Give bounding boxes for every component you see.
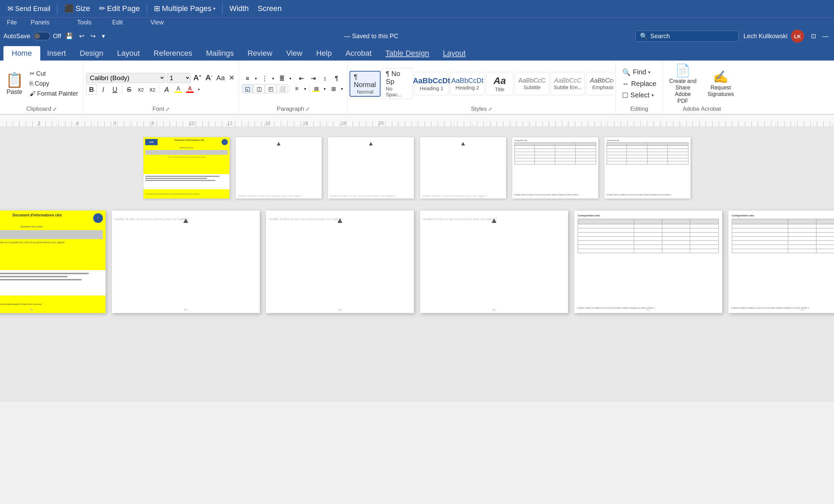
tab-mailings[interactable]: Mailings <box>199 46 241 61</box>
tab-acrobat[interactable]: Acrobat <box>339 46 378 61</box>
font-expand-button[interactable]: ⤢ <box>165 106 170 112</box>
edit-page-button[interactable]: ✏ Edit Page <box>96 3 143 14</box>
screen-button[interactable]: Screen <box>254 3 285 14</box>
tab-table-design[interactable]: Table Design <box>378 46 436 61</box>
style-normal[interactable]: ¶ Normal Normal <box>350 71 381 97</box>
tab-layout[interactable]: Layout <box>110 46 147 61</box>
copy-button[interactable]: ⎘ Copy <box>28 79 80 88</box>
change-case-button[interactable]: Aa <box>215 73 226 83</box>
tab-insert[interactable]: Insert <box>40 46 73 61</box>
font-grow-button[interactable]: A+ <box>192 73 203 83</box>
find-button[interactable]: 🔍 Find ▾ <box>619 67 660 78</box>
underline-button[interactable]: U <box>109 84 120 95</box>
cut-button[interactable]: ✂ Cut <box>28 69 80 78</box>
page-2-large[interactable]: ▲ Veuillez le faire ce que vous pouvez p… <box>112 211 260 313</box>
tab-review[interactable]: Review <box>240 46 279 61</box>
font-color-dropdown[interactable]: ▾ <box>196 84 202 95</box>
search-box[interactable]: 🔍 Search <box>635 31 739 42</box>
page-4-large[interactable]: ▲ Veuillez le faire ce que vous pouvez p… <box>420 211 568 313</box>
bullets-dropdown[interactable]: ▾ <box>254 74 258 83</box>
multilevel-button[interactable]: ≣ <box>276 74 287 83</box>
increase-indent-button[interactable]: ⇥ <box>308 74 319 83</box>
bold-button[interactable]: B <box>86 84 97 95</box>
save-button[interactable]: 💾 <box>63 31 75 41</box>
bullets-button[interactable]: ≡ <box>242 74 253 83</box>
tab-home[interactable]: Home <box>3 46 40 61</box>
sort-button[interactable]: ↕ <box>319 74 330 83</box>
highlight-button[interactable]: A <box>173 84 184 95</box>
page-4-thumb[interactable]: ▲ Veuillez le faire ce que vous pouvez p… <box>420 137 506 199</box>
page-2-thumb[interactable]: ▲ Veuillez le faire ce que vous pouvez p… <box>236 137 322 199</box>
font-size-select[interactable]: 1 <box>167 73 191 83</box>
style-subtitle-sample: AaBbCcC <box>518 77 546 84</box>
style-subtle-em[interactable]: AaBbCcC Subtle Em... <box>550 72 585 95</box>
decrease-indent-button[interactable]: ⇤ <box>296 74 307 83</box>
page-6-thumb[interactable]: Composition des <box>605 137 691 199</box>
redo-button[interactable]: ↪ <box>88 31 98 41</box>
create-share-pdf-button[interactable]: 📄 Create and Share Adobe PDF <box>666 62 700 106</box>
font-shrink-button[interactable]: A- <box>204 73 214 83</box>
width-button[interactable]: Width <box>226 3 252 14</box>
borders-dropdown[interactable]: ▾ <box>340 84 344 93</box>
subscript-button[interactable]: x2 <box>135 84 146 95</box>
minimize-button[interactable]: — <box>820 32 831 41</box>
page-1-large[interactable]: AGIR Document d'informations clés i Quot… <box>0 211 106 313</box>
justify-button[interactable]: ⬜ <box>277 84 288 93</box>
line-spacing-dropdown[interactable]: ▾ <box>303 84 308 93</box>
tab-layout2[interactable]: Layout <box>436 46 472 61</box>
style-subtitle[interactable]: AaBbCcC Subtitle <box>515 72 549 95</box>
format-painter-button[interactable]: 🖌 Format Painter <box>28 89 80 98</box>
tab-references[interactable]: References <box>147 46 199 61</box>
align-right-button[interactable]: ◰ <box>265 84 276 93</box>
align-center-button[interactable]: ◫ <box>254 84 265 93</box>
style-title[interactable]: Aa Title <box>486 72 513 95</box>
multilevel-dropdown[interactable]: ▾ <box>288 74 293 83</box>
shading-button[interactable]: ▤ <box>311 84 322 93</box>
search-placeholder: Search <box>650 33 670 40</box>
font-color-button[interactable]: A <box>184 84 195 95</box>
page-6-large[interactable]: Composition des <box>728 211 834 313</box>
numbering-dropdown[interactable]: ▾ <box>271 74 276 83</box>
superscript-button[interactable]: x2 <box>147 84 158 95</box>
show-marks-button[interactable]: ¶ <box>331 74 342 83</box>
style-heading2[interactable]: AaBbCcDt Heading 2 <box>450 72 484 95</box>
replace-button[interactable]: ↔ Replace <box>619 78 660 89</box>
tab-view[interactable]: View <box>279 46 309 61</box>
undo-button[interactable]: ↩ <box>77 31 86 41</box>
request-signatures-button[interactable]: ✍ Request Signatures <box>704 68 738 99</box>
align-left-button[interactable]: ◱ <box>242 84 253 93</box>
select-button[interactable]: ☐ Select ▾ <box>619 90 660 101</box>
editing-content: 🔍 Find ▾ ↔ Replace ☐ Select ▾ <box>619 62 660 106</box>
numbering-button[interactable]: ⋮ <box>259 74 270 83</box>
borders-button[interactable]: ⊞ <box>328 84 339 93</box>
font-name-select[interactable]: Calibri (Body) <box>86 73 165 83</box>
page-5-thumb[interactable]: Composition des <box>512 137 598 199</box>
italic-button[interactable]: I <box>98 84 109 95</box>
style-emphasis[interactable]: AaBbCcC Emphasis <box>586 72 613 95</box>
send-email-button[interactable]: ✉ Send Email <box>4 3 54 14</box>
tab-design[interactable]: Design <box>73 46 110 61</box>
page-1-thumb[interactable]: AGIR Document d'informations clés i Quot… <box>143 137 229 199</box>
style-heading1[interactable]: AaBbCcDt Heading 1 <box>414 72 449 95</box>
style-no-space[interactable]: ¶ No Sp No Spac... <box>382 68 413 99</box>
clipboard-expand-button[interactable]: ⤢ <box>53 106 57 112</box>
autosave-toggle[interactable] <box>33 32 50 40</box>
clear-formatting-button[interactable]: ✕ <box>227 73 236 83</box>
layout-icon-button[interactable]: ⊡ <box>809 31 818 41</box>
paragraph-expand-button[interactable]: ⤢ <box>306 106 310 112</box>
page-5-large[interactable]: Composition des <box>574 211 722 313</box>
customize-qa-button[interactable]: ▾ <box>100 31 107 41</box>
size-button[interactable]: ⬛ Size <box>61 3 94 14</box>
styles-dialog-expand[interactable]: ⤢ <box>488 106 492 112</box>
shading-dropdown[interactable]: ▾ <box>322 84 327 93</box>
strikethrough-button[interactable]: S <box>124 84 135 95</box>
tab-help[interactable]: Help <box>309 46 339 61</box>
page-3-thumb[interactable]: ▲ Veuillez le faire ce que vous pouvez p… <box>328 137 414 199</box>
multiple-pages-button[interactable]: ⊞ Multiple Pages ▾ <box>150 3 218 14</box>
text-effects-button[interactable]: A <box>161 84 172 95</box>
ruler-markings: 2 4 6 8 10 12 14 16 18 20 <box>0 115 834 127</box>
page-3-large[interactable]: ▲ Veuillez le faire ce que vous pouvez p… <box>266 211 414 313</box>
line-spacing-button[interactable]: ≡ <box>291 84 302 93</box>
avatar[interactable]: LK <box>791 30 804 43</box>
paste-button[interactable]: 📋 Paste <box>3 70 26 97</box>
